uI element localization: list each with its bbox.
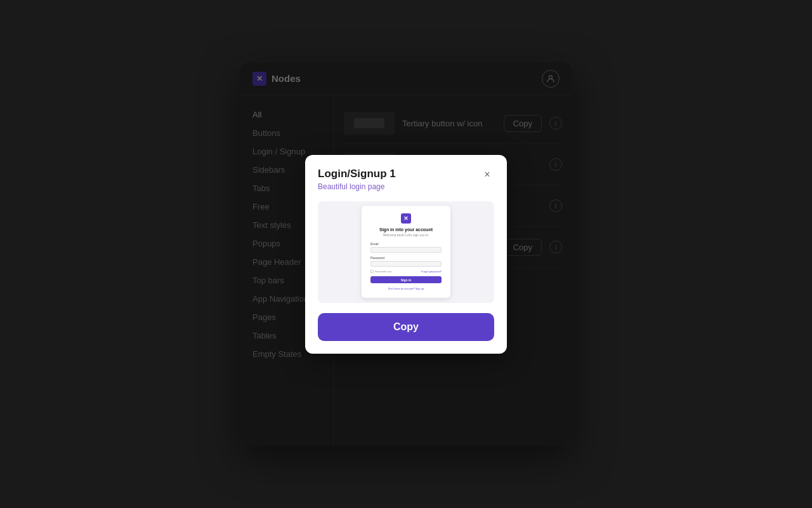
mini-signin-label: Sign in [401,278,412,282]
preview-frame: ✕ Sign in into your account Welcome back… [318,201,494,303]
modal-copy-button[interactable]: Copy [318,313,494,341]
mini-login-preview: ✕ Sign in into your account Welcome back… [362,206,450,298]
modal-backdrop[interactable]: Login/Signup 1 Beautiful login page × ✕ … [240,62,572,446]
mini-remember-label: Remember me [375,270,391,273]
modal: Login/Signup 1 Beautiful login page × ✕ … [305,155,507,354]
mini-footer-link: Sign up [416,287,424,290]
modal-subtitle: Beautiful login page [318,182,396,191]
mini-forgot-link: Forgot password? [421,270,442,273]
mini-email-label: Email [370,242,442,246]
mini-signin-button: Sign in [370,276,442,283]
modal-footer: Copy [305,313,507,354]
modal-close-button[interactable]: × [480,168,494,182]
mini-logo-icon: ✕ [401,213,411,224]
app-window: ✕ Nodes All Buttons Login / Signup Sideb… [240,62,572,446]
mini-password-label: Password [370,256,442,260]
modal-body: ✕ Sign in into your account Welcome back… [305,191,507,313]
mini-heading: Sign in into your account [370,227,442,232]
modal-header: Login/Signup 1 Beautiful login page × [305,155,507,191]
modal-title: Login/Signup 1 [318,168,396,180]
mini-footer: Don't have an account? Sign up [370,287,442,290]
modal-title-area: Login/Signup 1 Beautiful login page [318,168,396,191]
mini-subheading: Welcome back! Let's sign you in. [370,233,442,237]
mini-email-input [370,247,442,253]
mini-options-row: Remember me Forgot password? [370,270,442,273]
mini-password-input [370,261,442,267]
mini-checkbox [370,270,374,273]
mini-remember-row: Remember me [370,270,391,273]
